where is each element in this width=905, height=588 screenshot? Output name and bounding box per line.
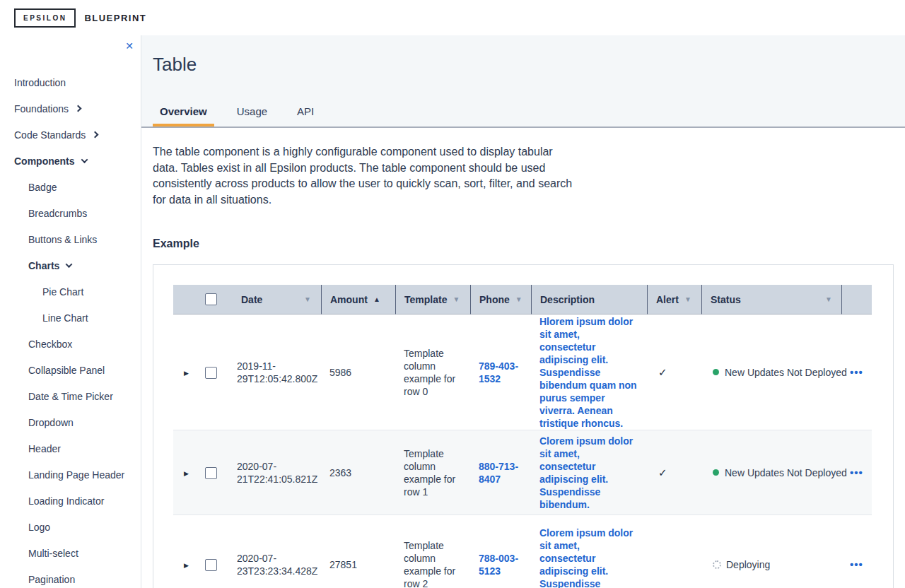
sidebar-item-line-chart[interactable]: Line Chart [0,305,141,331]
column-header-alert[interactable]: Alert▼ [647,285,701,314]
cell-checkbox [199,515,233,588]
cell-phone: 880-713-8407 [470,430,531,515]
cell-alert [647,515,701,588]
sidebar-item-label: Landing Page Header [28,469,124,481]
cell-expand: ▶ [173,515,199,588]
cell-actions: ••• [841,515,872,588]
sidebar-item-foundations[interactable]: Foundations [0,95,141,122]
sidebar-item-breadcrumbs[interactable]: Breadcrumbs [0,200,141,226]
cell-status: New Updates Not Deployed [701,314,841,430]
sidebar-item-label: Pie Chart [42,286,83,298]
status-loading-spinner-icon [713,560,721,569]
column-header-template[interactable]: Template▼ [395,285,470,314]
tab-usage[interactable]: Usage [230,105,274,127]
phone-link[interactable]: 789-403-1532 [479,360,518,384]
row-checkbox[interactable] [205,367,217,379]
sidebar-item-components[interactable]: Components [0,148,141,174]
phone-link[interactable]: 880-713-8407 [479,461,518,485]
column-header-description: Description [531,285,647,314]
column-label: Date [241,294,262,305]
sort-caret-down-icon: ▼ [684,295,691,303]
sidebar-item-label: Collapsible Panel [28,365,105,376]
phone-link[interactable]: 788-003-5123 [479,553,518,577]
sidebar-item-introduction[interactable]: Introduction [0,69,141,95]
chevron-down-icon [66,261,73,268]
sidebar-item-label: Breadcrumbs [28,208,87,219]
column-header-status[interactable]: Status▼ [701,285,841,314]
sidebar-item-code-standards[interactable]: Code Standards [0,122,141,148]
column-header-amount[interactable]: Amount▲ [321,285,395,314]
sidebar-item-landing-page-header[interactable]: Landing Page Header [0,461,141,488]
description-link[interactable]: Hlorem ipsum dolor sit amet, consectetur… [539,316,637,429]
sidebar-item-label: Loading Indicator [28,495,104,507]
tab-overview[interactable]: Overview [153,105,214,127]
check-icon: ✓ [658,366,667,378]
example-table: Date▼ Amount▲ Template▼ Phone▼ Descripti… [173,285,872,588]
column-label: Description [540,294,595,305]
status-label: New Updates Not Deployed [725,467,847,478]
table-header-row: Date▼ Amount▲ Template▼ Phone▼ Descripti… [173,285,872,314]
row-actions-menu-icon[interactable]: ••• [850,558,863,570]
table-row: ▶ 2020-07-21T22:41:05.821Z 2363 Template… [173,430,872,515]
sidebar-item-badge[interactable]: Badge [0,174,141,200]
sidebar-item-pagination[interactable]: Pagination [0,566,141,588]
sidebar-item-label: Dropdown [28,417,74,428]
sort-caret-down-icon: ▼ [515,295,522,303]
description-link[interactable]: Clorem ipsum dolor sit amet, consectetur… [539,527,637,588]
sort-caret-down-icon: ▼ [825,295,832,303]
sidebar-item-label: Badge [28,182,57,193]
example-heading: Example [153,237,894,250]
sidebar-item-checkbox[interactable]: Checkbox [0,331,141,357]
sidebar-nav: Introduction Foundations Code Standards … [0,35,141,588]
blueprint-logo-text: BLUEPRINT [84,13,146,23]
sort-caret-up-icon: ▲ [373,295,380,303]
sidebar-item-label: Buttons & Links [28,234,97,245]
sidebar-item-pie-chart[interactable]: Pie Chart [0,278,141,305]
cell-date: 2020-07-21T22:41:05.821Z [233,430,321,515]
sidebar-item-label: Line Chart [42,312,88,324]
row-checkbox[interactable] [205,559,217,571]
row-checkbox[interactable] [205,467,217,479]
cell-alert: ✓ [647,314,701,430]
sidebar-item-label: Pagination [28,574,75,585]
row-actions-menu-icon[interactable]: ••• [850,366,863,378]
sidebar-item-header[interactable]: Header [0,435,141,461]
cell-amount: 27851 [321,515,395,588]
sidebar-item-loading-indicator[interactable]: Loading Indicator [0,488,141,514]
sidebar-item-date-time-picker[interactable]: Date & Time Picker [0,383,141,409]
select-all-checkbox[interactable] [205,293,217,305]
sidebar-item-collapsible-panel[interactable]: Collapsible Panel [0,357,141,383]
epsilon-logo-box: EPSILON [14,8,76,28]
status-success-dot-icon [713,469,719,476]
column-header-date[interactable]: Date▼ [233,285,321,314]
component-description: The table component is a highly configur… [153,144,577,208]
sidebar-item-dropdown[interactable]: Dropdown [0,409,141,435]
cell-checkbox [199,314,233,430]
tab-api[interactable]: API [290,105,321,127]
sidebar-item-logo[interactable]: Logo [0,514,141,540]
expand-row-icon[interactable]: ▶ [184,370,189,377]
example-panel: Date▼ Amount▲ Template▼ Phone▼ Descripti… [153,264,894,588]
header-expand-cell [173,285,199,314]
cell-amount: 2363 [321,430,395,515]
cell-amount: 5986 [321,314,395,430]
cell-phone: 789-403-1532 [470,314,531,430]
epsilon-blueprint-logo[interactable]: EPSILON BLUEPRINT [14,8,146,28]
sidebar-item-label: Foundations [14,103,69,114]
row-actions-menu-icon[interactable]: ••• [850,466,863,478]
cell-phone: 788-003-5123 [470,515,531,588]
expand-row-icon[interactable]: ▶ [184,562,189,569]
column-header-phone[interactable]: Phone▼ [470,285,531,314]
description-link[interactable]: Clorem ipsum dolor sit amet, consectetur… [539,435,633,510]
cell-template: Template column example for row 2 [395,515,470,588]
sidebar-item-label: Header [28,443,61,454]
sidebar-item-charts[interactable]: Charts [0,252,141,278]
column-label: Alert [656,294,679,305]
column-label: Status [711,294,741,305]
sidebar-close-icon[interactable]: ✕ [125,41,134,51]
table-row: ▶ 2020-07-23T23:23:34.428Z 27851 Templat… [173,515,872,588]
sidebar-item-buttons-links[interactable]: Buttons & Links [0,226,141,252]
header-select-all-cell [199,285,233,314]
sidebar-item-multi-select[interactable]: Multi-select [0,540,141,566]
expand-row-icon[interactable]: ▶ [184,470,189,477]
